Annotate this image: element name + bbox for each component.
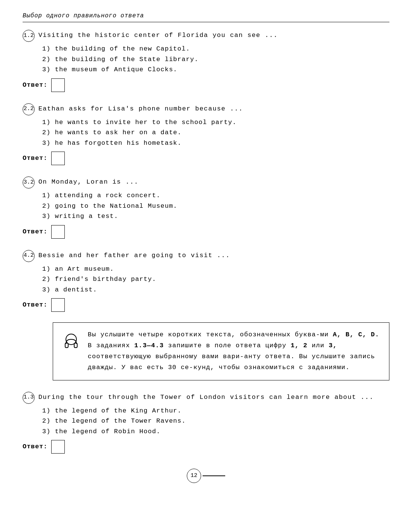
option-2-2: 2) he wants to ask her on a date.: [42, 128, 389, 138]
question-block-5: 1.3 During the tour through the Tower of…: [23, 391, 389, 454]
option-2-1: 1) he wants to invite her to the school …: [42, 118, 389, 127]
headphone-icon: [61, 332, 81, 356]
header-title: Выбор одного правильного ответа: [23, 11, 144, 20]
question-block-2: 2.2 Eathan asks for Lisa's phone number …: [23, 103, 389, 166]
answer-box-1[interactable]: [51, 78, 65, 92]
answer-row-1: Ответ:: [23, 78, 389, 92]
instruction-box: Вы услышите четыре коротких текста, обоз…: [53, 322, 389, 380]
question-row-4: 4.2 Bessie and her father are going to v…: [23, 249, 389, 262]
option-5-3: 3) the legend of Robin Hood.: [42, 427, 389, 437]
footer-line: [203, 475, 225, 476]
question-block-4: 4.2 Bessie and her father are going to v…: [23, 249, 389, 312]
page-footer: 12: [23, 469, 389, 483]
question-number-1: 1.2: [23, 30, 35, 42]
option-3-2: 2) going to the National Museum.: [42, 201, 389, 211]
question-row-2: 2.2 Eathan asks for Lisa's phone number …: [23, 103, 389, 115]
instruction-part1: Вы услышите четыре коротких текста, обоз…: [88, 331, 333, 338]
question-text-1: Visiting the historic center of Florida …: [38, 29, 389, 40]
question-number-2: 2.2: [23, 103, 35, 115]
instruction-bold2: 1.3—4.3: [134, 342, 164, 349]
question-text-3: On Monday, Loran is ...: [38, 176, 389, 187]
options-list-2: 1) he wants to invite her to the school …: [42, 118, 389, 148]
page-number: 12: [187, 469, 201, 483]
option-3-1: 1) attending a rock concert.: [42, 191, 389, 201]
question-block-3: 3.2 On Monday, Loran is ... 1) attending…: [23, 176, 389, 239]
question-block-1: 1.2 Visiting the historic center of Flor…: [23, 29, 389, 92]
answer-box-3[interactable]: [51, 225, 65, 239]
question-text-5: During the tour through the Tower of Lon…: [38, 391, 389, 402]
option-3-3: 3) writing a test.: [42, 212, 389, 221]
option-1-1: 1) the building of the new Capitol.: [42, 44, 389, 54]
option-1-2: 2) the building of the State library.: [42, 55, 389, 64]
instruction-bold3: 1, 2: [291, 342, 308, 349]
question-number-4: 4.2: [23, 250, 35, 262]
answer-row-5: Ответ:: [23, 440, 389, 454]
options-list-3: 1) attending a rock concert. 2) going to…: [42, 191, 389, 221]
options-list-5: 1) the legend of the King Arthur. 2) the…: [42, 406, 389, 437]
answer-row-3: Ответ:: [23, 225, 389, 239]
options-list-4: 1) an Art museum. 2) friend's birthday p…: [42, 264, 389, 295]
question-row-5: 1.3 During the tour through the Tower of…: [23, 391, 389, 404]
instruction-part3: запишите в поле ответа цифру: [164, 342, 291, 349]
question-text-2: Eathan asks for Lisa's phone number beca…: [38, 103, 389, 114]
instruction-part4: или: [308, 342, 329, 349]
instruction-bold4: 3,: [329, 342, 337, 349]
option-4-3: 3) a dentist.: [42, 285, 389, 295]
options-list-1: 1) the building of the new Capitol. 2) t…: [42, 44, 389, 75]
page-header: Выбор одного правильного ответа: [23, 11, 389, 22]
instruction-part2: В заданиях: [88, 342, 134, 349]
answer-label-3: Ответ:: [23, 227, 47, 237]
option-5-1: 1) the legend of the King Arthur.: [42, 406, 389, 416]
question-number-5: 1.3: [23, 392, 35, 404]
instruction-bold1: A, B, C, D.: [333, 331, 379, 338]
answer-label-1: Ответ:: [23, 80, 47, 90]
answer-row-4: Ответ:: [23, 298, 389, 312]
option-5-2: 2) the legend of the Tower Ravens.: [42, 416, 389, 426]
option-4-2: 2) friend's birthday party.: [42, 274, 389, 284]
answer-box-4[interactable]: [51, 298, 65, 312]
answer-box-2[interactable]: [51, 152, 65, 165]
answer-label-5: Ответ:: [23, 442, 47, 452]
answer-box-5[interactable]: [51, 440, 65, 454]
instruction-text: Вы услышите четыре коротких текста, обоз…: [88, 330, 381, 373]
question-text-4: Bessie and her father are going to visit…: [38, 249, 389, 261]
answer-row-2: Ответ:: [23, 152, 389, 165]
option-4-1: 1) an Art museum.: [42, 264, 389, 274]
question-row-3: 3.2 On Monday, Loran is ...: [23, 176, 389, 189]
answer-label-4: Ответ:: [23, 300, 47, 310]
option-2-3: 3) he has forgotten his hometask.: [42, 138, 389, 148]
question-row-1: 1.2 Visiting the historic center of Flor…: [23, 29, 389, 42]
question-number-3: 3.2: [23, 176, 35, 189]
answer-label-2: Ответ:: [23, 153, 47, 163]
option-1-3: 3) the museum of Antique Clocks.: [42, 65, 389, 75]
instruction-part5: соответствующую выбранному вами вари-ант…: [88, 353, 375, 371]
